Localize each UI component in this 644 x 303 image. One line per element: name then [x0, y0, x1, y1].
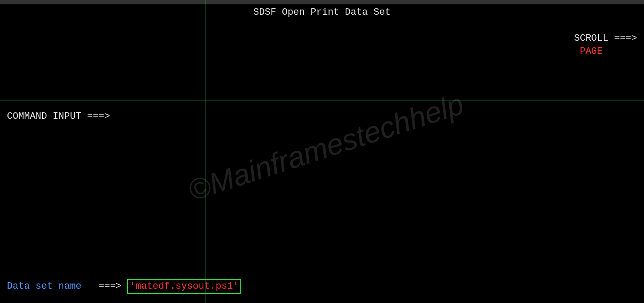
scroll-value[interactable]: PAGE: [580, 46, 603, 57]
dsn-label: Data set name: [7, 280, 98, 293]
dsn-input[interactable]: 'matedf.sysout.ps1': [127, 279, 241, 294]
command-input[interactable]: [110, 110, 116, 123]
terminal-screen: SDSF Open Print Data Set COMMAND INPUT =…: [0, 4, 644, 303]
scroll-label: SCROLL ===>: [574, 33, 637, 44]
window-titlebar: [0, 0, 644, 4]
panel-title: SDSF Open Print Data Set: [0, 6, 644, 19]
command-input-label: COMMAND INPUT ===>: [7, 110, 110, 123]
